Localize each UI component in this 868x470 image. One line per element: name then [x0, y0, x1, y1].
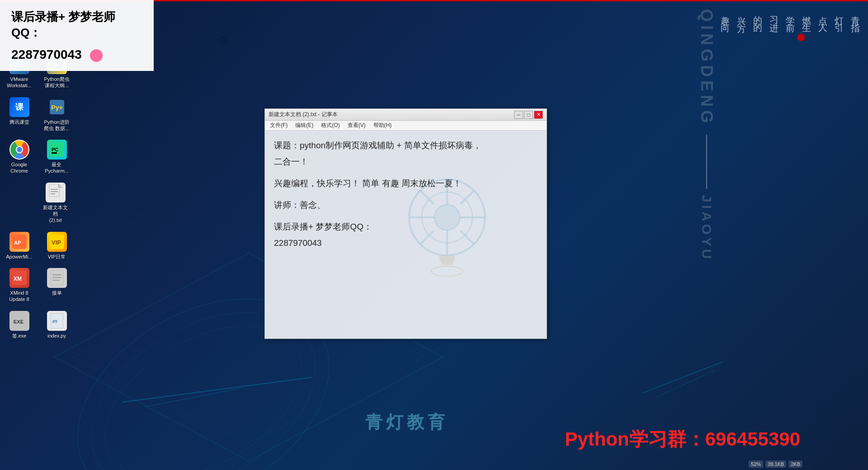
- notepad2-icon-img: [47, 268, 67, 288]
- tray-net2: 2KB: [788, 461, 802, 468]
- icon-tencent-class[interactable]: 课 腾讯课堂: [2, 95, 36, 134]
- notepad2-label: 接单: [52, 290, 62, 296]
- menu-file[interactable]: 文件(F): [267, 121, 290, 130]
- icon-row-3: GoogleChrome PC 最全Pycharm...: [2, 137, 74, 177]
- icon-python-adv[interactable]: Py+ Python进阶爬虫 数据...: [40, 95, 74, 134]
- svg-rect-52: [441, 262, 453, 265]
- svg-text:AP: AP: [14, 240, 21, 245]
- bottom-watermark: 青灯教育: [267, 411, 547, 434]
- new-txt-icon-img: [46, 183, 66, 202]
- vmware-label: VMwareWorkstati...: [7, 76, 32, 89]
- tray-net1: 39.1KB: [765, 461, 786, 468]
- svg-line-2: [122, 377, 312, 402]
- apowersoft-label: ApowerMi...: [6, 254, 32, 260]
- python-adv-label: Python进阶爬虫 数据...: [44, 119, 69, 132]
- icon-index-py[interactable]: .py index.py: [40, 309, 74, 341]
- notepad-maximize-btn[interactable]: □: [524, 111, 533, 119]
- icon-notepad2[interactable]: 接单: [40, 266, 74, 305]
- xmind-label: XMind 8Update 8: [9, 290, 29, 303]
- icon-apowersoft[interactable]: AP ApowerMi...: [2, 230, 36, 262]
- desktop-icons-container: VMwareWorkstati... P Python爬虫课程大纲... 课 腾…: [0, 50, 76, 347]
- chrome-label: GoogleChrome: [10, 161, 28, 174]
- right-side-panel: QINGDENG JIAOYU 青灯点燃学习的兴趣 指引人生前进的方向: [814, 0, 868, 470]
- vip-icon-img: VIP: [47, 232, 67, 252]
- notepad-line3: 兴趣编程，快乐学习！ 简单 有趣 周末放松一夏！: [274, 175, 538, 192]
- notepad-line4: 讲师：善念、: [274, 197, 538, 213]
- svg-text:PC: PC: [52, 147, 58, 152]
- notepad-line6: 2287970043: [274, 235, 538, 251]
- menu-view[interactable]: 查看(V): [345, 121, 368, 130]
- pink-dot-decoration: [90, 49, 103, 62]
- sign-exe-icon-img: EXE: [9, 311, 29, 331]
- system-tray: 52% 39.1KB 2KB: [749, 461, 802, 468]
- icon-vip[interactable]: VIP VIP日常: [40, 230, 74, 262]
- notepad-window: 新建文本文档 (2).txt - 记事本 ─ □ ✕ 文件(F) 编辑(E) 格…: [264, 108, 547, 339]
- icon-row-4: 新建文本文档(2).txt: [38, 180, 74, 226]
- icon-chrome[interactable]: GoogleChrome: [2, 137, 36, 177]
- notepad-line1: 课题：python制作网页游戏辅助 + 简单文件损坏病毒，: [274, 137, 538, 154]
- icon-new-txt[interactable]: 新建文本文档(2).txt: [38, 180, 72, 226]
- svg-rect-20: [52, 152, 57, 154]
- notepad-text-area[interactable]: 课题：python制作网页游戏辅助 + 简单文件损坏病毒， 二合一！ 兴趣编程，…: [265, 131, 547, 258]
- icon-row-7: EXE 签.exe .py index.py: [2, 309, 74, 341]
- index-py-label: index.py: [47, 333, 66, 339]
- overlay-topleft-panel: 课后录播+ 梦梦老师QQ： 2287970043: [0, 0, 154, 71]
- vip-label: VIP日常: [48, 254, 66, 260]
- icon-row-2: 课 腾讯课堂 Py+ Python进阶爬虫 数据...: [2, 95, 74, 134]
- overlay-line1: 课后录播+ 梦梦老师QQ：: [11, 9, 142, 41]
- svg-rect-21: [49, 184, 59, 197]
- sign-exe-label: 签.exe: [12, 333, 27, 339]
- right-en-text1: QINGDENG: [698, 9, 715, 127]
- tray-cpu: 52%: [749, 461, 763, 468]
- svg-text:.py: .py: [52, 319, 57, 323]
- mouse-cursor: [220, 37, 226, 42]
- menu-format[interactable]: 格式(O): [318, 121, 342, 130]
- svg-text:XM: XM: [14, 276, 22, 282]
- menu-help[interactable]: 帮助(H): [371, 121, 395, 130]
- apowersoft-icon-img: AP: [9, 232, 29, 252]
- svg-text:EXE: EXE: [14, 319, 24, 324]
- python-crawler-label: Python爬虫课程大纲...: [44, 76, 69, 89]
- icon-sign-exe[interactable]: EXE 签.exe: [2, 309, 36, 341]
- tencent-label: 腾讯课堂: [9, 119, 29, 125]
- svg-point-17: [17, 147, 22, 152]
- notepad-line5: 课后录播+ 梦梦老师QQ：: [274, 219, 538, 235]
- notepad-menubar: 文件(F) 编辑(E) 格式(O) 查看(V) 帮助(H): [265, 121, 547, 131]
- right-cn-text2: 指引人生前进的方向: [717, 16, 863, 19]
- svg-line-3: [145, 389, 240, 407]
- notepad-title: 新建文本文档 (2).txt - 记事本: [269, 111, 514, 118]
- notepad-titlebar: 新建文本文档 (2).txt - 记事本 ─ □ ✕: [265, 109, 547, 121]
- xmind-icon-img: XM: [9, 268, 29, 288]
- svg-marker-22: [58, 184, 62, 188]
- right-cn-text: 青灯点燃学习的兴趣: [717, 9, 863, 12]
- icon-row-5: AP ApowerMi... VIP VIP日常: [2, 230, 74, 262]
- python-group-text: Python学习群：696455390: [565, 427, 800, 452]
- pycharm-label: 最全Pycharm...: [45, 161, 69, 174]
- overlay-line2: 2287970043: [11, 47, 142, 62]
- icon-row-6: XM XMind 8Update 8 接单: [2, 266, 74, 305]
- new-txt-label: 新建文本文档(2).txt: [41, 204, 70, 224]
- index-py-icon-img: .py: [47, 311, 67, 331]
- pycharm-icon-img: PC: [47, 140, 67, 160]
- python-adv-icon-img: Py+: [47, 97, 67, 117]
- right-en-text2: JIAOYU: [700, 195, 713, 262]
- menu-edit[interactable]: 编辑(E): [292, 121, 316, 130]
- svg-point-53: [431, 266, 463, 276]
- svg-text:VIP: VIP: [52, 239, 61, 246]
- right-divider: [706, 135, 707, 189]
- notepad-close-btn[interactable]: ✕: [534, 111, 543, 119]
- notepad-controls: ─ □ ✕: [514, 111, 543, 119]
- icon-xmind[interactable]: XM XMind 8Update 8: [2, 266, 36, 305]
- svg-text:Py+: Py+: [51, 104, 62, 111]
- overlay-qq-number: 2287970043: [11, 47, 82, 61]
- icon-pycharm[interactable]: PC 最全Pycharm...: [40, 137, 74, 177]
- svg-rect-32: [51, 270, 63, 286]
- svg-text:课: 课: [15, 103, 24, 112]
- notepad-minimize-btn[interactable]: ─: [514, 111, 523, 119]
- tencent-icon-img: 课: [9, 97, 29, 117]
- chrome-icon-img: [9, 140, 29, 160]
- notepad-line2: 二合一！: [274, 154, 538, 170]
